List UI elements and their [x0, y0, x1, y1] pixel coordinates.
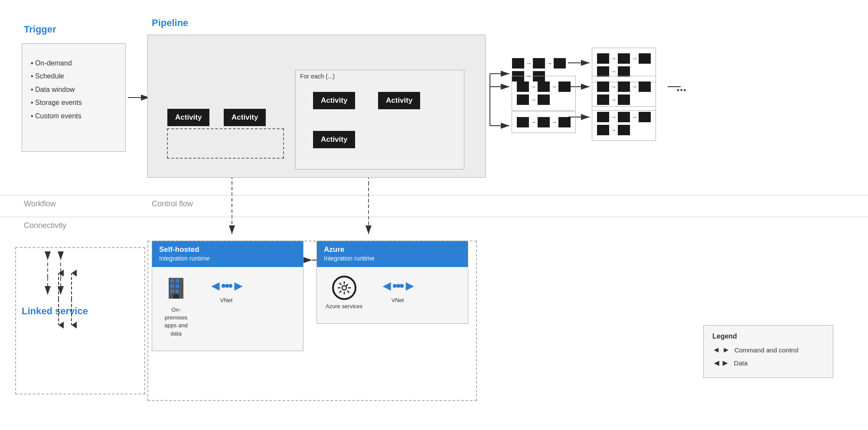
connectivity-divider: [0, 217, 868, 217]
trigger-box: On-demand Schedule Data window Storage e…: [22, 43, 126, 152]
activity-3: Activity: [313, 92, 355, 109]
mini-pipeline-right-bot: → → →: [592, 106, 656, 141]
mini-pipeline-left-bot: → →: [512, 111, 576, 133]
legend-arrow-2: ◄►: [712, 358, 730, 368]
trigger-item-2: Schedule: [31, 70, 117, 83]
vnet-icon-azure: ◄•••►: [380, 278, 415, 294]
legend-title: Legend: [712, 332, 824, 340]
building-icon-container: On-premises apps and data: [161, 276, 191, 338]
legend-item-2: ◄► Data: [712, 358, 824, 368]
foreach-box: For each (...) Activity Activity Activit…: [295, 70, 464, 169]
linked-service-box: [15, 247, 145, 394]
svg-rect-35: [176, 284, 179, 288]
mini-pipeline-right-mid: → → →: [592, 76, 656, 111]
self-hosted-icon2-label: VNet: [209, 296, 244, 304]
foreach-label: For each (...): [296, 70, 464, 82]
building-icon: [165, 276, 187, 302]
activity-1: Activity: [167, 109, 209, 126]
pipeline-box: Activity Activity For each (...) Activit…: [147, 35, 486, 178]
trigger-item-5: Custom events: [31, 110, 117, 123]
trigger-item-3: Data window: [31, 83, 117, 96]
azure-ir-box: Azure Integration runtime Azure services…: [317, 241, 468, 324]
trigger-item-1: On-demand: [31, 57, 117, 70]
azure-icon1-label: Azure services: [326, 303, 362, 310]
legend-box: Legend ◄ ► Command and control ◄► Data: [703, 325, 833, 378]
trigger-label: Trigger: [24, 24, 56, 35]
activity-4: Activity: [378, 92, 420, 109]
svg-point-39: [342, 286, 346, 290]
svg-rect-33: [176, 279, 179, 283]
activity-2: Activity: [224, 109, 266, 126]
self-hosted-ir-header: Self-hosted Integration runtime: [152, 241, 303, 267]
legend-label-2: Data: [734, 359, 748, 367]
pipeline-label: Pipeline: [152, 17, 188, 29]
vnet-icon-self: ◄•••►: [209, 278, 244, 294]
svg-rect-34: [170, 284, 174, 288]
svg-rect-38: [173, 294, 179, 299]
self-hosted-icon1-label: On-premises apps and data: [161, 306, 191, 338]
self-hosted-ir-box: Self-hosted Integration runtime On-premi…: [152, 241, 303, 351]
main-container: Trigger On-demand Schedule Data window S…: [0, 0, 868, 430]
legend-arrow-1: ◄ ►: [712, 345, 730, 355]
activity-5: Activity: [313, 131, 355, 148]
workflow-label: Workflow: [24, 199, 56, 208]
ellipsis: ...: [676, 80, 686, 94]
svg-rect-37: [176, 290, 179, 293]
svg-rect-36: [170, 290, 174, 293]
azure-services-container: Azure services: [326, 276, 362, 310]
self-hosted-vnet-container: ◄•••► VNet: [209, 278, 244, 304]
gear-icon: [332, 276, 356, 300]
azure-vnet-container: ◄•••► VNet: [380, 278, 415, 304]
trigger-list: On-demand Schedule Data window Storage e…: [31, 57, 117, 123]
control-flow-label: Control flow: [152, 199, 193, 208]
legend-label-1: Command and control: [734, 346, 799, 354]
dashed-feedback-box: [167, 128, 284, 159]
connectivity-label: Connectivity: [24, 221, 66, 230]
trigger-item-4: Storage events: [31, 96, 117, 109]
workflow-divider: [0, 195, 868, 195]
mini-pipeline-left-mid: → → →: [512, 76, 576, 111]
azure-icon2-label: VNet: [380, 296, 415, 304]
azure-ir-header: Azure Integration runtime: [317, 241, 468, 267]
legend-item-1: ◄ ► Command and control: [712, 345, 824, 355]
svg-rect-32: [170, 279, 174, 283]
